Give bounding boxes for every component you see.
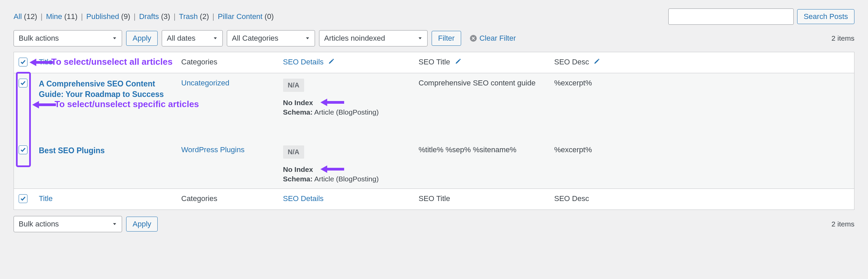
status-count: (11) bbox=[62, 12, 77, 21]
post-title-link[interactable]: A Comprehensive SEO Content Guide: Your … bbox=[39, 79, 164, 99]
items-count-top: 2 items bbox=[831, 34, 854, 42]
chevron-down-icon bbox=[417, 35, 423, 41]
select-all-checkbox-top[interactable] bbox=[19, 58, 27, 66]
dates-label: All dates bbox=[167, 34, 195, 43]
category-link[interactable]: WordPress Plugins bbox=[181, 145, 245, 154]
table-row: A Comprehensive SEO Content Guide: Your … bbox=[14, 73, 854, 122]
select-all-checkbox-bottom[interactable] bbox=[19, 194, 27, 203]
noindex-label: No Index bbox=[283, 99, 409, 107]
category-link[interactable]: Uncategorized bbox=[181, 79, 230, 87]
seo-title-cell: Comprehensive SEO content guide bbox=[414, 73, 550, 122]
clear-filter-label: Clear Filter bbox=[479, 34, 516, 43]
chevron-down-icon bbox=[112, 221, 118, 227]
seo-score-badge: N/A bbox=[283, 79, 304, 92]
col-categories-header: Categories bbox=[177, 52, 278, 73]
status-link-drafts[interactable]: Drafts bbox=[139, 12, 159, 21]
edit-icon[interactable] bbox=[454, 58, 461, 65]
col-title-footer[interactable]: Title bbox=[39, 194, 53, 203]
status-link-pillar-content[interactable]: Pillar Content bbox=[218, 12, 262, 21]
status-filter-links: All (12) | Mine (11) | Published (9) | D… bbox=[14, 12, 274, 21]
status-link-trash[interactable]: Trash bbox=[179, 12, 198, 21]
search-posts-button[interactable]: Search Posts bbox=[797, 9, 854, 24]
edit-icon[interactable] bbox=[593, 58, 600, 65]
col-seo-desc-footer: SEO Desc bbox=[550, 189, 854, 210]
chevron-down-icon bbox=[212, 35, 218, 41]
clear-filter-link[interactable]: ✕ Clear Filter bbox=[470, 34, 516, 43]
status-link-all[interactable]: All bbox=[14, 12, 22, 21]
search-input[interactable] bbox=[668, 8, 794, 25]
status-count: (2) bbox=[198, 12, 209, 21]
status-count: (12) bbox=[22, 12, 37, 21]
col-categories-footer: Categories bbox=[177, 189, 278, 210]
row-checkbox[interactable] bbox=[19, 79, 27, 87]
seo-title-cell: %title% %sep% %sitename% bbox=[414, 139, 550, 189]
row-checkbox[interactable] bbox=[19, 145, 27, 154]
categories-select[interactable]: All Categories bbox=[227, 30, 315, 46]
filter-button[interactable]: Filter bbox=[432, 31, 461, 46]
status-link-published[interactable]: Published bbox=[86, 12, 119, 21]
col-seo-title-header: SEO Title bbox=[419, 58, 450, 66]
bulk-actions-label-bottom: Bulk actions bbox=[19, 220, 59, 228]
col-seo-details-footer[interactable]: SEO Details bbox=[283, 194, 324, 203]
bulk-actions-label: Bulk actions bbox=[19, 34, 59, 43]
schema-label: Schema: Article (BlogPosting) bbox=[283, 108, 409, 116]
col-title-header[interactable]: Title bbox=[39, 58, 53, 66]
seo-desc-cell: %excerpt% bbox=[550, 73, 854, 122]
bulk-actions-select[interactable]: Bulk actions bbox=[14, 30, 122, 46]
apply-bulk-button-top[interactable]: Apply bbox=[126, 31, 158, 46]
dates-select[interactable]: All dates bbox=[162, 30, 223, 46]
chevron-down-icon bbox=[112, 35, 118, 41]
noindex-label: No Index bbox=[283, 165, 409, 174]
categories-label: All Categories bbox=[232, 34, 278, 43]
col-seo-desc-header: SEO Desc bbox=[554, 58, 589, 66]
status-count: (3) bbox=[159, 12, 170, 21]
status-link-mine[interactable]: Mine bbox=[46, 12, 62, 21]
seo-desc-cell: %excerpt% bbox=[550, 139, 854, 189]
seo-score-badge: N/A bbox=[283, 145, 304, 159]
schema-label: Schema: Article (BlogPosting) bbox=[283, 175, 409, 183]
post-title-link[interactable]: Best SEO Plugins bbox=[39, 146, 105, 155]
rank-filter-select[interactable]: Articles noindexed bbox=[319, 30, 428, 46]
col-seo-title-footer: SEO Title bbox=[414, 189, 550, 210]
bulk-actions-select-bottom[interactable]: Bulk actions bbox=[14, 216, 122, 232]
apply-bulk-button-bottom[interactable]: Apply bbox=[126, 217, 158, 232]
col-seo-details-header[interactable]: SEO Details bbox=[283, 58, 324, 66]
status-count: (9) bbox=[119, 12, 130, 21]
chevron-down-icon bbox=[304, 35, 311, 41]
edit-icon[interactable] bbox=[328, 58, 334, 65]
rank-filter-label: Articles noindexed bbox=[324, 34, 385, 43]
clear-icon: ✕ bbox=[470, 35, 477, 42]
table-row: Best SEO PluginsWordPress PluginsN/ANo I… bbox=[14, 139, 854, 189]
status-count: (0) bbox=[262, 12, 274, 21]
items-count-bottom: 2 items bbox=[831, 220, 854, 228]
